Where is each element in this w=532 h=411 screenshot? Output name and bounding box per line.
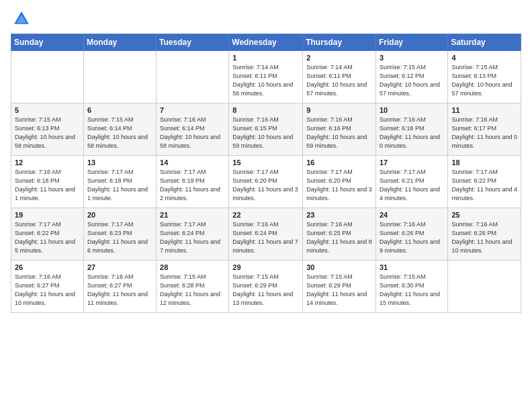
- weekday-thursday: Thursday: [303, 34, 376, 51]
- day-info: Sunrise: 7:15 AM Sunset: 6:30 PM Dayligh…: [380, 273, 444, 308]
- weekday-tuesday: Tuesday: [157, 34, 229, 51]
- logo: [11, 9, 31, 28]
- day-cell: 31Sunrise: 7:15 AM Sunset: 6:30 PM Dayli…: [375, 261, 447, 313]
- day-number: 28: [160, 263, 225, 271]
- day-number: 4: [451, 54, 517, 62]
- header: [11, 7, 521, 28]
- day-info: Sunrise: 7:15 AM Sunset: 6:28 PM Dayligh…: [160, 273, 225, 308]
- day-number: 17: [380, 158, 444, 167]
- day-info: Sunrise: 7:16 AM Sunset: 6:27 PM Dayligh…: [15, 273, 80, 308]
- day-cell: 27Sunrise: 7:16 AM Sunset: 6:27 PM Dayli…: [83, 261, 156, 313]
- day-number: 8: [232, 106, 299, 114]
- day-number: 30: [306, 263, 372, 271]
- weekday-friday: Friday: [375, 34, 447, 51]
- day-number: 23: [306, 211, 372, 219]
- day-cell: 17Sunrise: 7:17 AM Sunset: 6:21 PM Dayli…: [375, 156, 447, 208]
- day-number: 31: [380, 263, 444, 271]
- weekday-saturday: Saturday: [448, 34, 521, 51]
- day-cell: 12Sunrise: 7:16 AM Sunset: 6:18 PM Dayli…: [11, 156, 84, 208]
- day-info: Sunrise: 7:17 AM Sunset: 6:22 PM Dayligh…: [451, 168, 517, 203]
- day-info: Sunrise: 7:17 AM Sunset: 6:20 PM Dayligh…: [306, 168, 372, 203]
- day-cell: 10Sunrise: 7:16 AM Sunset: 6:16 PM Dayli…: [375, 103, 447, 156]
- day-number: 12: [15, 158, 80, 167]
- day-cell: 8Sunrise: 7:16 AM Sunset: 6:15 PM Daylig…: [229, 103, 303, 156]
- day-number: 1: [232, 54, 299, 62]
- day-cell: 14Sunrise: 7:17 AM Sunset: 6:19 PM Dayli…: [157, 156, 229, 208]
- day-number: 20: [87, 211, 152, 219]
- day-number: 9: [306, 106, 372, 114]
- day-number: 27: [87, 263, 152, 271]
- day-cell: 23Sunrise: 7:16 AM Sunset: 6:25 PM Dayli…: [303, 208, 376, 261]
- day-cell: 25Sunrise: 7:16 AM Sunset: 6:26 PM Dayli…: [448, 208, 521, 261]
- day-info: Sunrise: 7:14 AM Sunset: 6:11 PM Dayligh…: [306, 63, 372, 98]
- day-info: Sunrise: 7:17 AM Sunset: 6:21 PM Dayligh…: [380, 168, 444, 203]
- weekday-header-row: SundayMondayTuesdayWednesdayThursdayFrid…: [11, 34, 521, 51]
- week-row-1: 1Sunrise: 7:14 AM Sunset: 6:11 PM Daylig…: [11, 51, 521, 103]
- day-info: Sunrise: 7:16 AM Sunset: 6:26 PM Dayligh…: [451, 220, 517, 255]
- day-info: Sunrise: 7:17 AM Sunset: 6:22 PM Dayligh…: [15, 220, 80, 255]
- day-info: Sunrise: 7:15 AM Sunset: 6:29 PM Dayligh…: [306, 273, 372, 308]
- day-number: 18: [451, 158, 517, 167]
- day-cell: 22Sunrise: 7:16 AM Sunset: 6:24 PM Dayli…: [229, 208, 303, 261]
- day-info: Sunrise: 7:16 AM Sunset: 6:25 PM Dayligh…: [306, 220, 372, 255]
- day-info: Sunrise: 7:17 AM Sunset: 6:18 PM Dayligh…: [87, 168, 152, 203]
- day-cell: 4Sunrise: 7:15 AM Sunset: 6:13 PM Daylig…: [448, 51, 521, 103]
- week-row-5: 26Sunrise: 7:16 AM Sunset: 6:27 PM Dayli…: [11, 261, 521, 313]
- day-cell: 18Sunrise: 7:17 AM Sunset: 6:22 PM Dayli…: [448, 156, 521, 208]
- day-number: 24: [380, 211, 444, 219]
- day-number: 3: [380, 54, 444, 62]
- day-number: 22: [232, 211, 299, 219]
- day-info: Sunrise: 7:16 AM Sunset: 6:24 PM Dayligh…: [232, 220, 299, 255]
- day-cell: 30Sunrise: 7:15 AM Sunset: 6:29 PM Dayli…: [303, 261, 376, 313]
- day-info: Sunrise: 7:15 AM Sunset: 6:14 PM Dayligh…: [87, 116, 152, 150]
- calendar: SundayMondayTuesdayWednesdayThursdayFrid…: [11, 34, 521, 313]
- weekday-sunday: Sunday: [11, 34, 84, 51]
- day-cell: [448, 261, 521, 313]
- day-info: Sunrise: 7:17 AM Sunset: 6:19 PM Dayligh…: [160, 168, 225, 203]
- day-number: 25: [451, 211, 517, 219]
- day-info: Sunrise: 7:17 AM Sunset: 6:23 PM Dayligh…: [87, 220, 152, 255]
- day-number: 6: [87, 106, 152, 114]
- day-info: Sunrise: 7:15 AM Sunset: 6:13 PM Dayligh…: [451, 63, 517, 98]
- day-cell: 16Sunrise: 7:17 AM Sunset: 6:20 PM Dayli…: [303, 156, 376, 208]
- day-cell: 28Sunrise: 7:15 AM Sunset: 6:28 PM Dayli…: [157, 261, 229, 313]
- week-row-4: 19Sunrise: 7:17 AM Sunset: 6:22 PM Dayli…: [11, 208, 521, 261]
- weekday-wednesday: Wednesday: [229, 34, 303, 51]
- day-cell: 5Sunrise: 7:15 AM Sunset: 6:13 PM Daylig…: [11, 103, 84, 156]
- day-number: 10: [380, 106, 444, 114]
- day-cell: 15Sunrise: 7:17 AM Sunset: 6:20 PM Dayli…: [229, 156, 303, 208]
- day-cell: [83, 51, 156, 103]
- day-info: Sunrise: 7:16 AM Sunset: 6:16 PM Dayligh…: [380, 116, 444, 150]
- day-cell: 13Sunrise: 7:17 AM Sunset: 6:18 PM Dayli…: [83, 156, 156, 208]
- logo-icon: [12, 9, 31, 28]
- day-info: Sunrise: 7:16 AM Sunset: 6:27 PM Dayligh…: [87, 273, 152, 308]
- week-row-2: 5Sunrise: 7:15 AM Sunset: 6:13 PM Daylig…: [11, 103, 521, 156]
- day-cell: [11, 51, 84, 103]
- day-info: Sunrise: 7:15 AM Sunset: 6:13 PM Dayligh…: [15, 116, 80, 150]
- day-info: Sunrise: 7:16 AM Sunset: 6:14 PM Dayligh…: [160, 116, 225, 150]
- weekday-monday: Monday: [83, 34, 156, 51]
- day-number: 19: [15, 211, 80, 219]
- page: SundayMondayTuesdayWednesdayThursdayFrid…: [0, 0, 532, 411]
- day-info: Sunrise: 7:16 AM Sunset: 6:26 PM Dayligh…: [380, 220, 444, 255]
- day-cell: 24Sunrise: 7:16 AM Sunset: 6:26 PM Dayli…: [375, 208, 447, 261]
- day-cell: 19Sunrise: 7:17 AM Sunset: 6:22 PM Dayli…: [11, 208, 84, 261]
- day-number: 15: [232, 158, 299, 167]
- day-number: 13: [87, 158, 152, 167]
- day-number: 26: [15, 263, 80, 271]
- day-info: Sunrise: 7:16 AM Sunset: 6:18 PM Dayligh…: [15, 168, 80, 203]
- day-cell: 1Sunrise: 7:14 AM Sunset: 6:11 PM Daylig…: [229, 51, 303, 103]
- day-cell: 3Sunrise: 7:15 AM Sunset: 6:12 PM Daylig…: [375, 51, 447, 103]
- day-info: Sunrise: 7:16 AM Sunset: 6:15 PM Dayligh…: [232, 116, 299, 150]
- day-info: Sunrise: 7:17 AM Sunset: 6:24 PM Dayligh…: [160, 220, 225, 255]
- day-cell: 29Sunrise: 7:15 AM Sunset: 6:29 PM Dayli…: [229, 261, 303, 313]
- day-cell: 2Sunrise: 7:14 AM Sunset: 6:11 PM Daylig…: [303, 51, 376, 103]
- day-number: 21: [160, 211, 225, 219]
- day-cell: 26Sunrise: 7:16 AM Sunset: 6:27 PM Dayli…: [11, 261, 84, 313]
- day-cell: [157, 51, 229, 103]
- day-info: Sunrise: 7:16 AM Sunset: 6:17 PM Dayligh…: [451, 116, 517, 150]
- day-number: 16: [306, 158, 372, 167]
- day-number: 29: [232, 263, 299, 271]
- day-cell: 9Sunrise: 7:16 AM Sunset: 6:16 PM Daylig…: [303, 103, 376, 156]
- day-info: Sunrise: 7:15 AM Sunset: 6:12 PM Dayligh…: [380, 63, 444, 98]
